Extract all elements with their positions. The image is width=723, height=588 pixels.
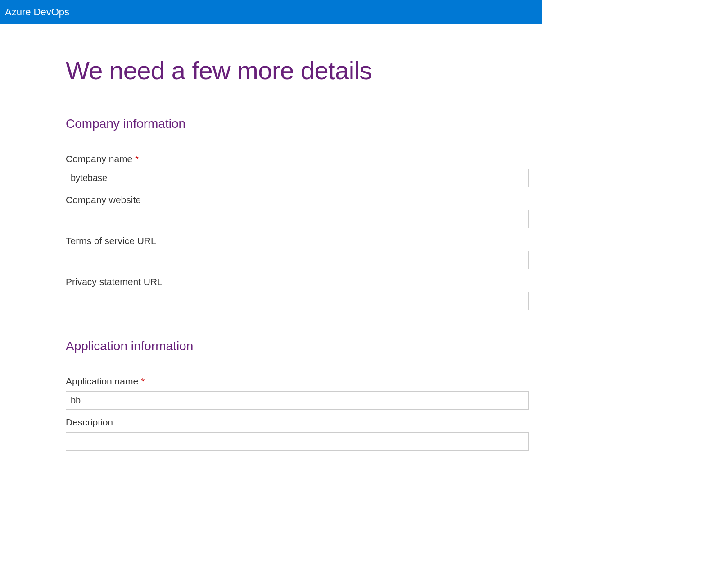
company-website-input[interactable] <box>66 210 529 228</box>
company-website-group: Company website <box>66 194 542 228</box>
description-label: Description <box>66 417 542 428</box>
page-title: We need a few more details <box>66 56 542 85</box>
company-name-label: Company name * <box>66 154 542 164</box>
required-asterisk: * <box>141 376 145 386</box>
company-name-input[interactable] <box>66 169 529 187</box>
application-name-input[interactable] <box>66 391 529 410</box>
company-name-group: Company name * <box>66 154 542 187</box>
company-section-title: Company information <box>66 117 542 131</box>
required-asterisk: * <box>135 154 139 164</box>
tos-url-input[interactable] <box>66 251 529 269</box>
tos-url-label: Terms of service URL <box>66 235 542 246</box>
header-bar: Azure DevOps <box>0 0 542 24</box>
description-input[interactable] <box>66 432 529 451</box>
privacy-url-group: Privacy statement URL <box>66 276 542 310</box>
privacy-url-input[interactable] <box>66 292 529 310</box>
description-group: Description <box>66 417 542 451</box>
application-name-label: Application name * <box>66 376 542 387</box>
company-website-label: Company website <box>66 194 542 205</box>
tos-url-group: Terms of service URL <box>66 235 542 269</box>
application-name-group: Application name * <box>66 376 542 410</box>
application-section-title: Application information <box>66 339 542 353</box>
content-wrapper: We need a few more details Company infor… <box>0 24 542 451</box>
privacy-url-label: Privacy statement URL <box>66 276 542 287</box>
header-title: Azure DevOps <box>5 6 69 18</box>
